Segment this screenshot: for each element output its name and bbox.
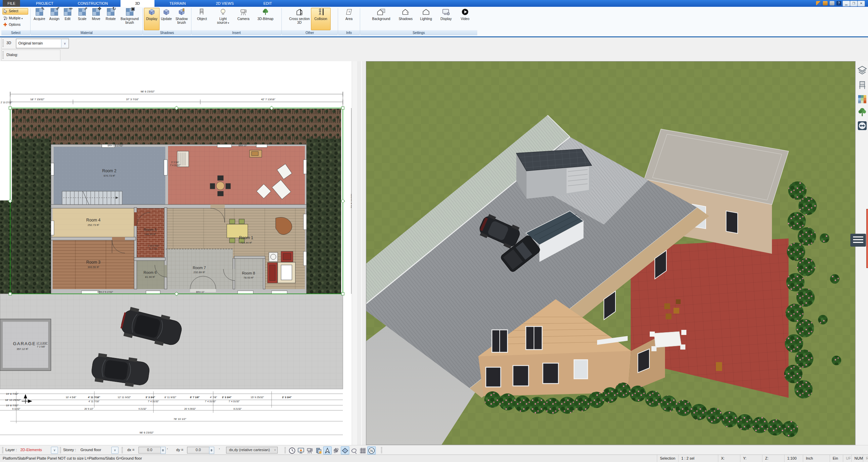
toolbar-grip[interactable] xyxy=(284,447,286,453)
svg-text:78' 10 1/2": 78' 10 1/2" xyxy=(173,417,186,421)
select-button[interactable]: Select xyxy=(2,8,28,15)
tab-3d[interactable]: 3D xyxy=(121,0,154,7)
materials-icon[interactable] xyxy=(857,94,867,104)
render-monitor-icon[interactable] xyxy=(297,446,305,455)
snap-arrow-icon[interactable] xyxy=(323,446,332,455)
svg-text:3' 3 3/4": 3' 3 3/4" xyxy=(282,396,292,399)
shadow-display-button[interactable]: Display xyxy=(144,8,160,30)
clock-icon[interactable] xyxy=(288,446,296,455)
group-caption-select: Select xyxy=(1,30,30,35)
svg-text:98' 6 23/32": 98' 6 23/32" xyxy=(141,90,155,93)
assign-button[interactable]: ✐Assign xyxy=(47,8,62,30)
settings-background-button[interactable]: Background xyxy=(369,8,393,30)
edit-button[interactable]: ✏Edit xyxy=(61,8,74,30)
rf-toggle[interactable]: RF xyxy=(863,455,868,462)
rotate-button[interactable]: ↻Rotate xyxy=(103,8,118,30)
tab-project[interactable]: PROJECT xyxy=(31,0,58,7)
dy-spinner[interactable] xyxy=(209,447,214,454)
svg-text:Room 8: Room 8 xyxy=(242,271,255,275)
unit-indicator[interactable]: Inch xyxy=(803,455,832,462)
dy-input[interactable]: 0.0 xyxy=(187,447,209,454)
storey-value[interactable]: Ground floor xyxy=(80,448,101,452)
toolbar-grip[interactable] xyxy=(2,447,3,453)
printer-icon[interactable] xyxy=(830,1,834,5)
help-icon[interactable]: ? xyxy=(836,1,841,5)
grid-icon[interactable] xyxy=(358,446,367,455)
pane-splitter[interactable] xyxy=(357,61,366,445)
plan-2d-viewport[interactable]: 98' 6 23/32" 18' 7 15/32" 37' 3 7/16" 42… xyxy=(0,61,357,445)
furniture-icon[interactable] xyxy=(857,80,867,90)
settings-shadows-button[interactable]: Shadows xyxy=(395,8,416,30)
floor-plan-canvas[interactable]: 98' 6 23/32" 18' 7 15/32" 37' 3 7/16" 42… xyxy=(0,61,357,445)
move-button[interactable]: ✥Move xyxy=(89,8,103,30)
chevron-down-icon[interactable]: ∨ xyxy=(61,39,68,48)
tab-terrain[interactable]: TERRAIN xyxy=(165,0,190,7)
selection-count: 1 : 2 sel xyxy=(678,455,721,462)
plants-icon[interactable] xyxy=(857,107,867,117)
layers-icon[interactable] xyxy=(857,65,867,75)
multiple-button[interactable]: Multiple ▾ xyxy=(2,15,30,22)
tools-icon[interactable] xyxy=(816,1,821,5)
view-3d-viewport[interactable] xyxy=(366,61,855,445)
tab-edit[interactable]: EDIT xyxy=(259,0,277,7)
toolbar-grip[interactable] xyxy=(122,447,123,453)
folder-icon[interactable] xyxy=(823,1,828,5)
group-caption-info: Info xyxy=(338,30,360,35)
settings-display-button[interactable]: Display xyxy=(437,8,455,30)
camera-button[interactable]: Camera xyxy=(235,8,252,30)
layer-dropdown[interactable]: ∨ xyxy=(51,447,58,454)
svg-text:37' 3 7/16": 37' 3 7/16" xyxy=(126,98,139,101)
collapsed-panel-strip[interactable] xyxy=(866,209,868,268)
close-button[interactable]: ✕ xyxy=(857,1,865,6)
acquire-button[interactable]: ✎Acquire xyxy=(32,8,47,30)
panel-drag-handle[interactable] xyxy=(850,234,866,247)
render-3d-canvas[interactable] xyxy=(366,61,855,445)
minimize-button[interactable]: ▁ xyxy=(843,1,850,6)
z-coordinate: Z: xyxy=(762,455,787,462)
texture-copy-icon[interactable] xyxy=(314,446,323,455)
storey-dropdown[interactable]: ∨ xyxy=(111,447,118,454)
dx-spinner[interactable] xyxy=(161,447,166,454)
area-button[interactable]: ? Area xyxy=(341,8,357,30)
object-button[interactable]: Object xyxy=(194,8,210,30)
shadow-update-button[interactable]: Update xyxy=(159,8,174,30)
toolbar-grip[interactable] xyxy=(2,51,4,59)
toolbar-grip[interactable] xyxy=(2,39,4,47)
light-source-button[interactable]: Light source ▾ xyxy=(214,8,232,30)
background-brush-button[interactable]: ▣Background brush xyxy=(118,8,141,30)
tab-2d-views[interactable]: 2D VIEWS xyxy=(211,0,239,7)
maximize-button[interactable]: ❐ xyxy=(850,1,857,6)
svg-text:18' 7 15/32": 18' 7 15/32" xyxy=(30,98,44,101)
dx-input[interactable]: 0.0 xyxy=(138,447,161,454)
terrain-combo[interactable]: Original terrain ∨ xyxy=(16,39,69,48)
plus-icon: ✚ xyxy=(3,22,8,27)
tab-file[interactable]: FILE xyxy=(3,0,20,7)
remote-support-icon[interactable] xyxy=(857,121,867,131)
cross-section-3d-button[interactable]: Cross section 3D xyxy=(288,8,311,30)
camera-icon[interactable] xyxy=(306,446,314,455)
scale-indicator[interactable]: 1:100 xyxy=(784,455,806,462)
plan-dimensions-top xyxy=(10,92,343,108)
coordinate-mode-combo[interactable]: dx,dy (relative cartesian) ∨ xyxy=(226,447,278,454)
room-3-floor[interactable] xyxy=(53,240,134,289)
collision-button[interactable]: Collision xyxy=(311,8,331,30)
plan-vertical-scrollbar[interactable] xyxy=(352,61,357,445)
cursor-icon xyxy=(3,9,8,13)
video-button[interactable]: Video xyxy=(457,8,473,30)
settings-lighting-button[interactable]: Lighting xyxy=(417,8,436,30)
tab-construction[interactable]: CONSTRUCTION xyxy=(73,0,113,7)
freehand-icon[interactable] xyxy=(350,446,358,455)
toolbar-grip[interactable] xyxy=(381,447,382,453)
north-arrow-icon[interactable]: N xyxy=(367,446,376,455)
shadow-brush-button[interactable]: Shadow brush xyxy=(173,8,190,30)
options-button[interactable]: ✚ Options xyxy=(2,22,30,28)
hatch-icon[interactable] xyxy=(332,446,340,455)
3d-bitmap-button[interactable]: 3D-Bitmap xyxy=(255,8,276,30)
dropdown-arrow-icon: ▾ xyxy=(21,17,23,20)
svg-text:Room 5: Room 5 xyxy=(144,228,157,232)
scale-button[interactable]: ⇗Scale xyxy=(74,8,90,30)
workplane-icon[interactable] xyxy=(341,446,349,455)
layer-value[interactable]: 2D-Elements xyxy=(20,448,42,452)
room-6-floor[interactable] xyxy=(136,261,164,289)
toolbar-grip[interactable] xyxy=(60,447,61,453)
